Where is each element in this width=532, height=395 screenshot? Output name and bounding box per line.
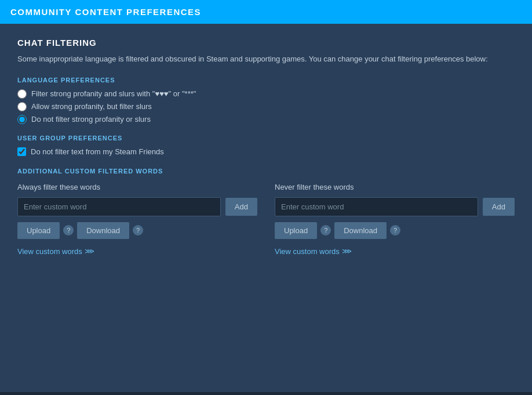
always-filter-input-row: Add	[17, 197, 257, 216]
always-filter-upload-button[interactable]: Upload	[17, 222, 60, 239]
title-bar: COMMUNITY CONTENT PREFERENCES	[0, 0, 532, 24]
checkbox-item-steam-friends[interactable]: Do not filter text from my Steam Friends	[17, 147, 515, 156]
never-filter-view-label: View custom words	[275, 247, 340, 256]
user-group-preferences-title: USER GROUP PREFERENCES	[17, 135, 515, 142]
always-filter-input[interactable]	[17, 197, 221, 216]
never-filter-download-help-icon[interactable]: ?	[390, 225, 400, 235]
checkbox-steam-friends[interactable]	[17, 147, 26, 156]
never-filter-upload-button[interactable]: Upload	[275, 222, 317, 239]
radio-label-allow-profanity: Allow strong profanity, but filter slurs	[31, 102, 152, 111]
never-filter-download-button[interactable]: Download	[334, 222, 387, 239]
always-filter-upload-help-icon[interactable]: ?	[63, 225, 74, 235]
radio-filter-profanity[interactable]	[17, 89, 27, 99]
chat-filtering-title: CHAT FILTERING	[17, 38, 515, 48]
user-group-preferences-group: Do not filter text from my Steam Friends	[17, 147, 515, 156]
never-filter-label: Never filter these words	[275, 183, 515, 191]
radio-label-no-filter: Do not filter strong profanity or slurs	[31, 115, 151, 124]
always-filter-add-button[interactable]: Add	[225, 198, 257, 216]
additional-custom-words-title: ADDITIONAL CUSTOM FILTERED WORDS	[17, 168, 515, 175]
never-filter-upload-help-icon[interactable]: ?	[320, 225, 331, 235]
always-filter-chevron-icon: ⋙	[85, 247, 94, 255]
chat-filtering-description: Some inappropriate language is filtered …	[17, 53, 515, 65]
radio-allow-profanity[interactable]	[17, 102, 27, 111]
never-filter-view-custom-words[interactable]: View custom words ⋙	[275, 247, 515, 256]
always-filter-button-row: Upload ? Download ?	[17, 222, 257, 239]
checkbox-label-steam-friends: Do not filter text from my Steam Friends	[31, 147, 164, 156]
radio-item-allow-profanity[interactable]: Allow strong profanity, but filter slurs	[17, 102, 515, 111]
always-filter-download-help-icon[interactable]: ?	[133, 225, 143, 235]
page-title: COMMUNITY CONTENT PREFERENCES	[10, 7, 201, 17]
language-preferences-title: LANGUAGE PREFERENCES	[17, 77, 515, 84]
never-filter-add-button[interactable]: Add	[483, 198, 515, 216]
always-filter-view-custom-words[interactable]: View custom words ⋙	[17, 247, 257, 256]
never-filter-chevron-icon: ⋙	[342, 247, 352, 255]
always-filter-column: Always filter these words Add Upload ? D…	[17, 183, 257, 256]
radio-no-filter[interactable]	[17, 115, 27, 124]
radio-item-filter-profanity[interactable]: Filter strong profanity and slurs with "…	[17, 89, 515, 99]
main-content: CHAT FILTERING Some inappropriate langua…	[0, 24, 532, 392]
language-preferences-group: Filter strong profanity and slurs with "…	[17, 89, 515, 124]
radio-label-filter-profanity: Filter strong profanity and slurs with "…	[31, 89, 196, 98]
always-filter-view-label: View custom words	[17, 247, 82, 256]
filter-columns: Always filter these words Add Upload ? D…	[17, 183, 515, 256]
always-filter-download-button[interactable]: Download	[77, 222, 129, 239]
additional-custom-words-section: ADDITIONAL CUSTOM FILTERED WORDS Always …	[17, 168, 515, 256]
never-filter-column: Never filter these words Add Upload ? Do…	[275, 183, 515, 256]
radio-item-no-filter[interactable]: Do not filter strong profanity or slurs	[17, 115, 515, 124]
never-filter-input[interactable]	[275, 197, 478, 216]
always-filter-label: Always filter these words	[17, 183, 257, 191]
never-filter-button-row: Upload ? Download ?	[275, 222, 515, 239]
never-filter-input-row: Add	[275, 197, 515, 216]
